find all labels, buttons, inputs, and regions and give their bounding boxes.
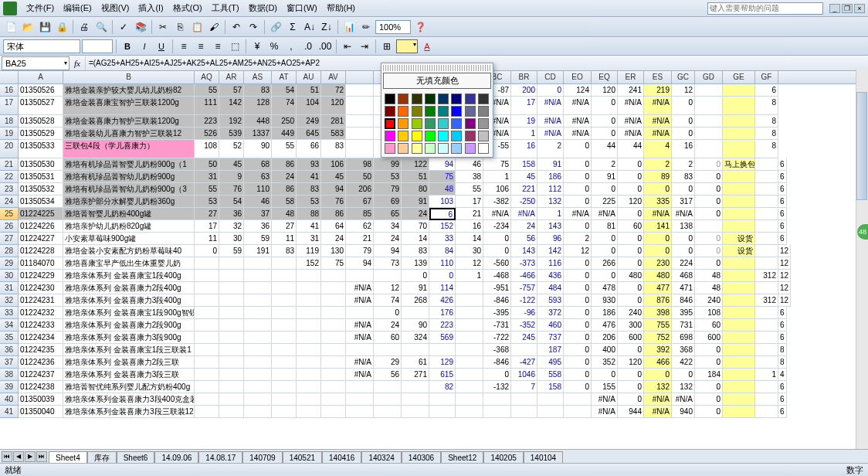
row-header[interactable]: 17: [0, 97, 19, 115]
cell[interactable]: [346, 344, 374, 356]
cell[interactable]: 90: [244, 140, 272, 158]
cell[interactable]: 0: [564, 332, 592, 344]
cell[interactable]: 6: [778, 393, 787, 406]
cell[interactable]: [346, 307, 374, 319]
cell[interactable]: 0: [618, 183, 644, 196]
sheet-tab[interactable]: 库存: [87, 451, 117, 464]
cell[interactable]: #N/A: [483, 208, 511, 220]
cell[interactable]: 539: [219, 128, 244, 140]
cell[interactable]: [456, 369, 483, 381]
cell[interactable]: 192: [219, 115, 244, 128]
cell[interactable]: [723, 196, 755, 208]
cell[interactable]: [272, 319, 297, 332]
cell[interactable]: 83: [321, 140, 346, 158]
cell[interactable]: [755, 220, 778, 233]
cell[interactable]: [219, 294, 244, 307]
cell[interactable]: 83: [272, 245, 297, 257]
color-swatch[interactable]: [465, 94, 476, 104]
cell[interactable]: [195, 294, 219, 307]
cell[interactable]: 7: [511, 381, 537, 393]
row-header[interactable]: 25: [0, 208, 19, 220]
color-swatch[interactable]: [412, 143, 422, 154]
cell[interactable]: [402, 406, 429, 418]
cell[interactable]: [346, 97, 374, 115]
cell[interactable]: [346, 270, 374, 282]
color-swatch[interactable]: [438, 94, 449, 104]
cell[interactable]: 45: [219, 158, 244, 171]
cell[interactable]: 0: [695, 208, 723, 220]
cell[interactable]: [564, 406, 592, 418]
sheet-tab[interactable]: 140521: [283, 451, 322, 464]
color-swatch[interactable]: [451, 106, 462, 117]
cell[interactable]: [374, 344, 402, 356]
cell[interactable]: 雅培亲护幼儿奶粉820g罐: [63, 220, 195, 233]
cell[interactable]: 120: [321, 97, 346, 115]
cell[interactable]: 01224237: [19, 369, 63, 381]
help-search-input[interactable]: [707, 2, 823, 15]
cell[interactable]: 0: [483, 245, 511, 257]
cell[interactable]: 01350530: [19, 158, 63, 171]
cell[interactable]: 99: [374, 158, 402, 171]
row-header[interactable]: 32: [0, 294, 19, 307]
cell[interactable]: #N/A: [564, 128, 592, 140]
cell[interactable]: 雅培亲体系列 金装喜康力3段900g: [63, 332, 195, 344]
cell[interactable]: [321, 381, 346, 393]
cell[interactable]: 0: [618, 344, 644, 356]
cell[interactable]: 17: [456, 196, 483, 208]
cell[interactable]: 6: [778, 233, 787, 245]
scroll-thumb[interactable]: [856, 92, 867, 200]
cell[interactable]: 400: [592, 344, 618, 356]
cell[interactable]: [219, 369, 244, 381]
col-header-B[interactable]: B: [63, 71, 195, 83]
cell[interactable]: 0: [672, 233, 695, 245]
cell[interactable]: 426: [429, 294, 456, 307]
cell[interactable]: [219, 406, 244, 418]
research-icon[interactable]: 📚: [133, 19, 148, 35]
menu-edit[interactable]: 编辑(E): [59, 1, 97, 15]
cell[interactable]: 12: [374, 282, 402, 294]
cell[interactable]: #N/A: [592, 208, 618, 220]
cell[interactable]: 300: [618, 319, 644, 332]
cell[interactable]: 17: [195, 220, 219, 233]
cell[interactable]: 74: [374, 294, 402, 307]
cell[interactable]: [429, 406, 456, 418]
spellcheck-icon[interactable]: ✓: [116, 19, 131, 35]
cell[interactable]: [244, 393, 272, 406]
cell[interactable]: 80: [402, 183, 429, 196]
cell[interactable]: [755, 356, 778, 369]
cell[interactable]: 0: [592, 270, 618, 282]
cell[interactable]: 37: [244, 208, 272, 220]
cell[interactable]: 马上换包装,: [723, 158, 755, 171]
preview-icon[interactable]: 🔍: [93, 19, 109, 35]
cell[interactable]: 雅培亲体系列金装喜康力3段400克盒装: [63, 393, 195, 406]
cell[interactable]: -395: [483, 307, 511, 319]
cell[interactable]: 01224236: [19, 356, 63, 369]
open-icon[interactable]: 📂: [20, 19, 36, 35]
cell[interactable]: 01350040: [19, 406, 63, 418]
cell[interactable]: 583: [321, 128, 346, 140]
cell[interactable]: 0: [564, 307, 592, 319]
cell[interactable]: 50: [195, 158, 219, 171]
cell[interactable]: [321, 270, 346, 282]
cell[interactable]: 55: [195, 183, 219, 196]
cell[interactable]: [723, 282, 755, 294]
cell[interactable]: 155: [592, 381, 618, 393]
cell[interactable]: 200: [511, 84, 537, 97]
cell[interactable]: 876: [644, 294, 672, 307]
cell[interactable]: 雅培有机珍品菁智婴儿奶粉900g（1: [63, 158, 195, 171]
cell[interactable]: 56: [511, 233, 537, 245]
cell[interactable]: [456, 294, 483, 307]
cell[interactable]: 0: [195, 245, 219, 257]
cell[interactable]: 94: [429, 158, 456, 171]
cell[interactable]: [723, 115, 755, 128]
color-swatch[interactable]: [465, 131, 476, 141]
tab-last-icon[interactable]: ⏭: [36, 451, 47, 462]
cell[interactable]: 91: [592, 171, 618, 183]
tab-prev-icon[interactable]: ◀: [13, 451, 24, 462]
color-swatch[interactable]: [385, 94, 395, 104]
fill-color-button[interactable]: [396, 39, 418, 53]
help-icon[interactable]: ❓: [412, 19, 428, 35]
cell[interactable]: 雅培菁智优纯系列婴儿配方奶粉400g: [63, 381, 195, 393]
cell[interactable]: 103: [429, 196, 456, 208]
inc-indent-icon[interactable]: ⇥: [357, 39, 372, 54]
